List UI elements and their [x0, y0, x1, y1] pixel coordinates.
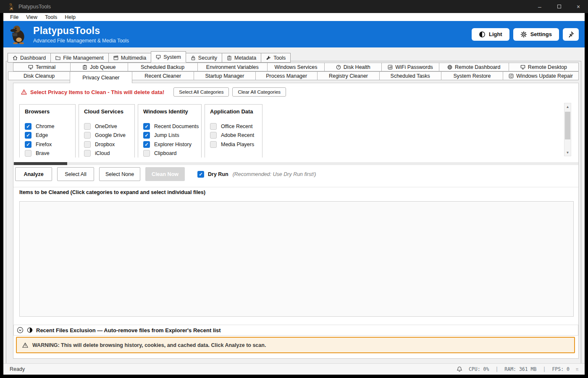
subtab-wifi-passwords[interactable]: WiFi Passwords — [381, 63, 439, 71]
subtab-environment-variables[interactable]: Environment Variables — [197, 63, 268, 71]
vertical-scrollbar[interactable]: ▲ ▼ — [564, 103, 571, 156]
subtab-remote-dashboard[interactable]: Remote Dashboard — [439, 63, 509, 71]
checkbox-unchecked[interactable] — [84, 123, 91, 130]
checkbox-checked[interactable] — [197, 171, 204, 178]
tab-tools[interactable]: Tools — [261, 53, 291, 63]
minimize-button[interactable]: – — [530, 0, 549, 13]
pin-button[interactable] — [563, 28, 579, 41]
home-icon — [13, 55, 18, 60]
scrollbar-thumb[interactable] — [565, 112, 570, 139]
theme-toggle-button[interactable]: Light — [472, 28, 509, 41]
tab-dashboard[interactable]: Dashboard — [8, 53, 51, 63]
checkbox-unchecked[interactable] — [210, 141, 217, 148]
settings-button[interactable]: Settings — [513, 28, 559, 41]
privacy-item-firefox[interactable]: Firefox — [25, 140, 75, 149]
category-title: Browsers — [25, 108, 75, 115]
subtab-label: Startup Manager — [205, 73, 244, 79]
privacy-item-recent-documents[interactable]: Recent Documents — [143, 122, 201, 131]
privacy-item-clipboard[interactable]: Clipboard — [143, 149, 201, 158]
privacy-item-dropbox[interactable]: Dropbox — [84, 140, 134, 149]
select-all-button[interactable]: Select All — [57, 167, 94, 181]
items-to-clean-list[interactable] — [19, 201, 574, 317]
cpu-stat: CPU: 0% — [469, 366, 489, 372]
analyze-button[interactable]: Analyze — [15, 167, 52, 181]
checkbox-checked[interactable] — [143, 141, 150, 148]
checkbox-checked[interactable] — [143, 132, 150, 139]
checkbox-checked[interactable] — [25, 132, 32, 139]
scroll-down-arrow[interactable]: ▼ — [564, 150, 571, 155]
subtab-remote-desktop[interactable]: Remote Desktop — [509, 63, 579, 71]
tab-system[interactable]: System — [151, 51, 186, 63]
checkbox-unchecked[interactable] — [210, 123, 217, 130]
subtab-terminal[interactable]: Terminal — [13, 63, 71, 71]
tab-metadata[interactable]: Metadata — [222, 53, 261, 63]
menu-tools[interactable]: Tools — [41, 14, 61, 20]
subtab-startup-manager[interactable]: Startup Manager — [194, 71, 256, 80]
menu-view[interactable]: View — [22, 14, 41, 20]
platypus-logo — [9, 25, 27, 44]
menu-help[interactable]: Help — [61, 14, 79, 20]
recent-files-exclusion-bar[interactable]: Recent Files Exclusion — Auto-remove fil… — [13, 325, 578, 336]
subtab-label: Process Manager — [266, 73, 307, 79]
checkbox-checked[interactable] — [25, 141, 32, 148]
tab-security[interactable]: Security — [186, 53, 222, 63]
subtab-recent-cleaner[interactable]: Recent Cleaner — [132, 71, 194, 80]
privacy-item-edge[interactable]: Edge — [25, 131, 75, 140]
app-header: PlatypusTools Advanced File Management &… — [3, 21, 585, 47]
checkbox-unchecked[interactable] — [84, 150, 91, 157]
subtab-privacy-cleaner[interactable]: Privacy Cleaner — [70, 71, 132, 83]
select-all-categories-button[interactable]: Select All Categories — [173, 87, 229, 97]
maximize-button[interactable] — [549, 0, 569, 13]
privacy-item-google-drive[interactable]: Google Drive — [84, 131, 134, 140]
privacy-item-office-recent[interactable]: Office Recent — [210, 122, 262, 131]
scroll-up-arrow[interactable]: ▲ — [564, 104, 571, 110]
privacy-item-media-players[interactable]: Media Players — [210, 140, 262, 149]
checkbox-unchecked[interactable] — [143, 150, 150, 157]
checkbox-unchecked[interactable] — [84, 141, 91, 148]
subtab-disk-health[interactable]: Disk Health — [324, 63, 382, 71]
privacy-item-explorer-history[interactable]: Explorer History — [143, 140, 201, 149]
subtab-disk-cleanup[interactable]: Disk Cleanup — [8, 71, 70, 80]
privacy-item-icloud[interactable]: iCloud — [84, 149, 134, 158]
refresh-icon — [509, 74, 514, 79]
tab-multimedia[interactable]: Multimedia — [108, 53, 151, 63]
checkbox-unchecked[interactable] — [210, 132, 217, 139]
gauge-icon — [336, 65, 341, 70]
category-list: Browsers Chrome Edge Firefox Brave Cloud… — [19, 104, 563, 158]
maximize-icon — [557, 5, 561, 8]
checkbox-unchecked[interactable] — [25, 150, 32, 157]
category-cloud-services: Cloud Services OneDrive Google Drive Dro… — [79, 104, 135, 158]
subtab-job-queue[interactable]: Job Queue — [70, 63, 128, 71]
subtab-windows-services[interactable]: Windows Services — [267, 63, 325, 71]
subtab-process-manager[interactable]: Process Manager — [255, 71, 318, 80]
clear-all-categories-button[interactable]: Clear All Categories — [232, 87, 286, 97]
app-subtitle: Advanced File Management & Media Tools — [33, 38, 129, 44]
privacy-item-onedrive[interactable]: OneDrive — [84, 122, 134, 131]
privacy-item-brave[interactable]: Brave — [25, 149, 75, 158]
dry-run-toggle[interactable]: Dry Run — [197, 171, 228, 178]
privacy-item-jump-lists[interactable]: Jump Lists — [143, 131, 201, 140]
statusbar: Ready CPU: 0% | RAM: 361 MB | FPS: 0 π — [3, 363, 585, 375]
privacy-item-adobe-recent[interactable]: Adobe Recent — [210, 131, 262, 140]
exclusion-bar-label: Recent Files Exclusion — Auto-remove fil… — [36, 327, 221, 333]
tab-file-management[interactable]: File Management — [50, 53, 109, 63]
lock-icon — [191, 55, 196, 60]
menu-file[interactable]: File — [6, 14, 22, 20]
subtab-scheduled-backup[interactable]: Scheduled Backup — [128, 63, 198, 71]
subtab-windows-update-repair[interactable]: Windows Update Repair — [503, 71, 579, 80]
checkbox-unchecked[interactable] — [84, 132, 91, 139]
privacy-item-chrome[interactable]: Chrome — [25, 122, 75, 131]
horizontal-scrollbar[interactable] — [13, 162, 578, 165]
select-none-button[interactable]: Select None — [99, 167, 140, 181]
subtab-registry-cleaner[interactable]: Registry Cleaner — [317, 71, 379, 80]
subtab-system-restore[interactable]: System Restore — [441, 71, 503, 80]
subtab-scheduled-tasks[interactable]: Scheduled Tasks — [379, 71, 441, 80]
close-button[interactable]: × — [569, 0, 588, 13]
clapperboard-icon — [113, 55, 118, 60]
scrollbar-thumb[interactable] — [14, 162, 67, 165]
warning-triangle-icon — [21, 89, 27, 95]
checkbox-checked[interactable] — [143, 123, 150, 130]
warning-banner-text: WARNING: This will delete browsing histo… — [32, 342, 266, 348]
checkbox-checked[interactable] — [25, 123, 32, 130]
bell-icon[interactable] — [457, 366, 462, 372]
